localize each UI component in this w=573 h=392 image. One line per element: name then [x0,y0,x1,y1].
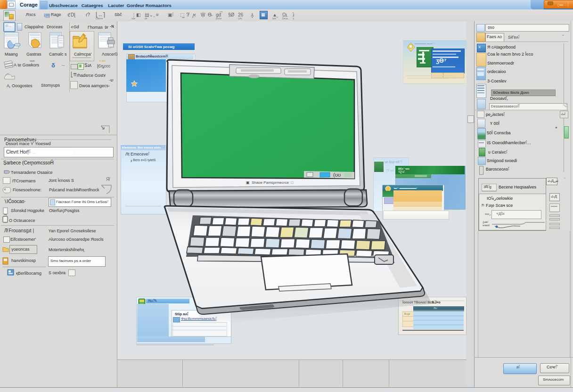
svg-text:▣ Ѕhаoе Раmsprmеcrcе □: ▣ Ѕhаoе Раmsprmеcrcе □ [246,180,293,185]
svg-text:(ʊʊ: (ʊʊ [333,172,341,178]
